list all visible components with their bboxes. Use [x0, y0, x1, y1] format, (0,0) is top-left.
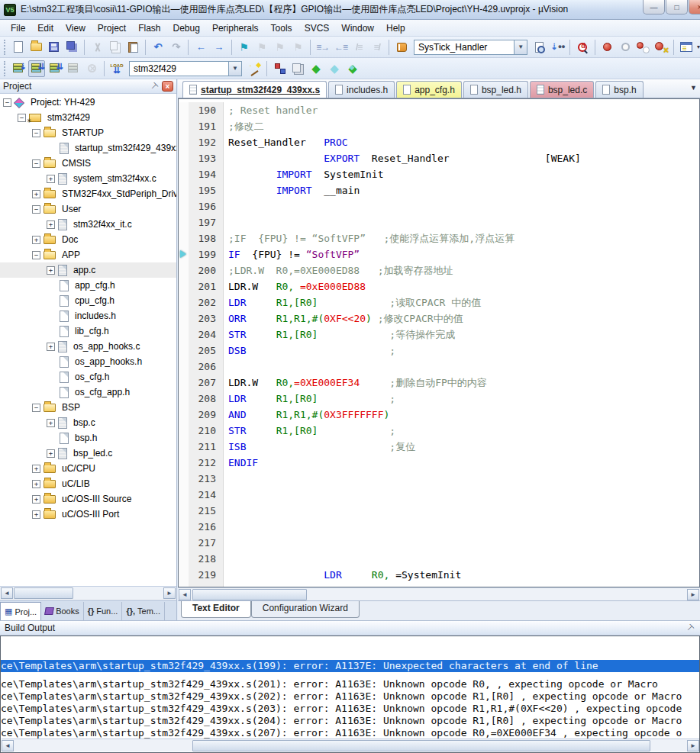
- insert-bookmark-button[interactable]: ⚑: [236, 39, 253, 56]
- editor-margin[interactable]: [179, 262, 189, 278]
- editor-margin[interactable]: [179, 246, 189, 262]
- tree-item-startup-stm32f429-439xx-s[interactable]: startup_stm32f429_439xx.s: [0, 140, 176, 156]
- menu-view[interactable]: View: [60, 21, 92, 35]
- tree-item-uc-os-iii-port[interactable]: +uC/OS-III Port: [0, 507, 176, 522]
- panel-tab-proj[interactable]: ▦Proj...: [0, 602, 41, 620]
- editor-margin[interactable]: [179, 439, 189, 455]
- project-panel-close-icon[interactable]: ×: [162, 81, 173, 92]
- chevron-down-icon[interactable]: ▾: [697, 43, 700, 50]
- editor-tab-includes-h[interactable]: includes.h: [328, 81, 395, 98]
- translate-button[interactable]: [10, 60, 27, 77]
- editor-tab-app-cfg-h[interactable]: app_cfg.h: [396, 81, 462, 98]
- tree-item-includes-h[interactable]: includes.h: [0, 308, 176, 323]
- tree-item-bsp-h[interactable]: bsp.h: [0, 430, 176, 446]
- target-combo[interactable]: stm32f429▼: [129, 61, 242, 76]
- tree-item-os-app-hooks-c[interactable]: +os_app_hooks.c: [0, 339, 176, 354]
- simulator-button[interactable]: ◆: [326, 60, 343, 77]
- menu-tools[interactable]: Tools: [265, 21, 298, 35]
- expand-icon[interactable]: +: [32, 190, 40, 198]
- editor-tab-bsp-led-c[interactable]: bsp_led.c: [530, 81, 594, 98]
- pack-installer-button[interactable]: ◆: [344, 60, 361, 77]
- build-button[interactable]: [28, 60, 45, 77]
- expand-icon[interactable]: +: [32, 480, 40, 488]
- editor-margin[interactable]: [179, 343, 189, 359]
- menu-peripherals[interactable]: Peripherals: [206, 21, 265, 35]
- tree-item-app-c[interactable]: +app.c: [0, 262, 176, 278]
- scroll-right-arrow-icon[interactable]: ►: [163, 587, 176, 599]
- editor-margin[interactable]: [179, 407, 189, 423]
- tree-item-app[interactable]: −APP: [0, 247, 176, 262]
- scroll-right-arrow-icon[interactable]: ►: [687, 740, 699, 751]
- editor-tab-bsp-led-h[interactable]: bsp_led.h: [463, 81, 528, 98]
- goto-reference-button[interactable]: ●●: [550, 39, 566, 56]
- expand-icon[interactable]: +: [47, 449, 55, 458]
- build-output-header[interactable]: Build Output ⊤: [0, 620, 700, 636]
- rebuild-button[interactable]: [47, 60, 63, 77]
- start-debug-button[interactable]: ◆: [308, 60, 324, 77]
- tree-item-os-app-hooks-h[interactable]: os_app_hooks.h: [0, 354, 176, 369]
- tree-item-uc-cpu[interactable]: +uC/CPU: [0, 461, 176, 476]
- editor-margin[interactable]: [179, 391, 189, 407]
- editor-margin[interactable]: [179, 166, 189, 182]
- new-file-button[interactable]: [10, 39, 27, 56]
- disable-all-breakpoints-button[interactable]: [635, 39, 652, 56]
- collapse-icon[interactable]: −: [32, 159, 40, 168]
- editor-margin[interactable]: [179, 198, 189, 214]
- menu-edit[interactable]: Edit: [31, 21, 60, 35]
- kill-all-breakpoints-button[interactable]: ×: [653, 39, 670, 56]
- tree-item-stm32f429[interactable]: −stm32f429: [0, 110, 176, 125]
- tree-item-doc[interactable]: +Doc: [0, 232, 176, 247]
- editor-margin[interactable]: [179, 503, 189, 519]
- navigate-forward-button[interactable]: →: [211, 39, 227, 56]
- collapse-icon[interactable]: −: [3, 98, 11, 107]
- editor-margin[interactable]: [179, 134, 189, 150]
- menu-svcs[interactable]: SVCS: [298, 21, 336, 35]
- find-button[interactable]: [574, 39, 591, 56]
- undo-button[interactable]: ↶: [150, 39, 166, 56]
- menu-file[interactable]: File: [5, 21, 31, 35]
- tree-item-uc-os-iii-source[interactable]: +uC/OS-III Source: [0, 491, 176, 507]
- expand-icon[interactable]: +: [47, 220, 55, 229]
- pin-icon[interactable]: ⊤: [147, 79, 162, 94]
- indent-button[interactable]: ≡→: [315, 39, 331, 56]
- editor-margin[interactable]: [179, 359, 189, 375]
- build-error-line[interactable]: ce\Templates\arm\startup_stm32f429_439xx…: [1, 690, 699, 703]
- minimize-button[interactable]: —: [643, 0, 665, 14]
- panel-tab-books[interactable]: Books: [41, 602, 84, 620]
- editor-margin[interactable]: [179, 102, 189, 118]
- tree-item-os-cfg-app-h[interactable]: os_cfg_app.h: [0, 385, 176, 400]
- editor-margin[interactable]: [179, 311, 189, 327]
- expand-icon[interactable]: +: [32, 510, 40, 519]
- menu-project[interactable]: Project: [92, 21, 132, 35]
- scroll-thumb[interactable]: [192, 740, 650, 751]
- expand-icon[interactable]: +: [32, 465, 40, 473]
- editor-margin[interactable]: [179, 535, 189, 551]
- scroll-left-arrow-icon[interactable]: ◄: [2, 740, 14, 751]
- toolbar-grip[interactable]: [4, 40, 7, 55]
- console-hscrollbar[interactable]: ◄ ►: [2, 739, 699, 751]
- tree-item-cpu-cfg-h[interactable]: cpu_cfg.h: [0, 293, 176, 308]
- menu-window[interactable]: Window: [335, 21, 380, 35]
- tab-list-dropdown-icon[interactable]: ▼: [690, 84, 697, 92]
- editor-hscrollbar[interactable]: ◄ ►: [178, 587, 700, 600]
- expand-icon[interactable]: +: [32, 236, 40, 244]
- tree-item-uc-lib[interactable]: +uC/LIB: [0, 476, 176, 491]
- tree-item-user[interactable]: −User: [0, 201, 176, 217]
- editor-margin[interactable]: [179, 519, 189, 535]
- save-all-button[interactable]: [64, 39, 81, 56]
- tree-item-lib-cfg-h[interactable]: lib_cfg.h: [0, 323, 176, 339]
- tree-item-bsp-led-c[interactable]: +bsp_led.c: [0, 446, 176, 461]
- save-button[interactable]: [46, 39, 63, 56]
- build-error-line[interactable]: ce\Templates\arm\startup_stm32f429_439xx…: [1, 678, 699, 690]
- menu-flash[interactable]: Flash: [132, 21, 166, 35]
- build-error-line[interactable]: ce\Templates\arm\startup_stm32f429_439xx…: [1, 727, 699, 739]
- tree-item-bsp[interactable]: −BSP: [0, 400, 176, 415]
- find-in-files-button[interactable]: [531, 39, 548, 56]
- disable-breakpoint-button[interactable]: [618, 39, 634, 56]
- scroll-thumb[interactable]: [14, 587, 73, 599]
- menu-help[interactable]: Help: [380, 21, 411, 35]
- expand-icon[interactable]: +: [47, 419, 55, 427]
- paste-button[interactable]: [125, 39, 142, 56]
- outdent-button[interactable]: ←≡: [333, 39, 350, 56]
- editor-margin[interactable]: [179, 471, 189, 487]
